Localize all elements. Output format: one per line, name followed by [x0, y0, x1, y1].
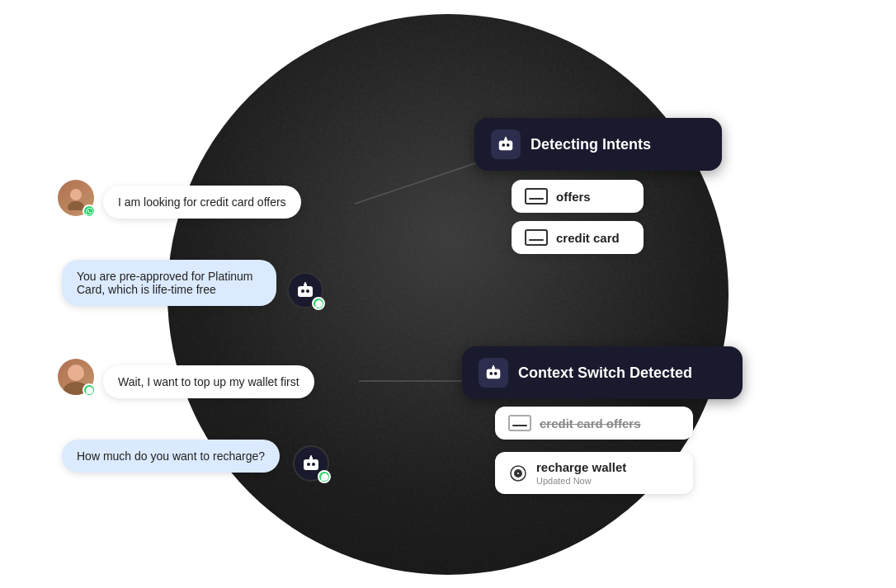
- context-bot-icon: [479, 358, 508, 388]
- intent-credit-card-label: credit card: [556, 231, 620, 245]
- bot-bubble-2: How much do you want to recharge?: [62, 440, 280, 473]
- context-switch-panel: Context Switch Detected: [462, 346, 743, 399]
- svg-point-19: [507, 143, 510, 147]
- detecting-bot-icon: [491, 129, 521, 159]
- bot-bubble-1: You are pre-approved for Platinum Card, …: [62, 260, 276, 306]
- svg-point-23: [489, 372, 493, 375]
- recharge-wallet-label: recharge wallet: [536, 460, 626, 474]
- user-bubble-1: I am looking for credit card offers: [103, 186, 301, 219]
- context-switch-title: Context Switch Detected: [518, 365, 692, 382]
- card-icon-offers: [525, 188, 548, 205]
- svg-rect-9: [304, 282, 306, 285]
- svg-point-13: [307, 463, 310, 466]
- bot-green-dot-1: [312, 297, 325, 310]
- svg-point-24: [494, 372, 498, 375]
- svg-rect-16: [310, 455, 312, 458]
- intent-offers-label: offers: [556, 190, 591, 204]
- bot-bubble-1-text: You are pre-approved for Platinum Card, …: [77, 270, 253, 296]
- svg-point-10: [68, 365, 84, 381]
- intent-credit-card-offers-label: credit card offers: [540, 416, 641, 430]
- card-icon-strikethrough: [508, 415, 531, 431]
- svg-rect-26: [493, 365, 494, 368]
- svg-point-29: [516, 472, 520, 475]
- context-tag-recharge-wallet: recharge wallet Updated Now: [495, 452, 693, 494]
- detecting-intents-panel: Detecting Intents: [474, 118, 722, 171]
- bot-avatar-1: [287, 272, 323, 308]
- svg-rect-21: [505, 137, 507, 139]
- bot-avatar-2: [293, 445, 329, 482]
- updated-now-label: Updated Now: [536, 476, 626, 486]
- whatsapp-dot-2: [83, 383, 96, 397]
- user-bubble-2: Wait, I want to top up my wallet first: [103, 365, 314, 398]
- svg-point-2: [70, 189, 82, 200]
- reload-icon: [508, 463, 528, 483]
- card-icon-credit: [525, 229, 548, 246]
- svg-point-14: [312, 463, 315, 466]
- svg-point-7: [306, 289, 309, 293]
- bot-green-dot-2: [318, 470, 331, 483]
- intent-tag-offers: offers: [512, 180, 644, 213]
- recharge-wallet-col: recharge wallet Updated Now: [536, 460, 626, 486]
- intent-tag-credit-card: credit card: [512, 221, 644, 254]
- svg-point-6: [301, 289, 304, 293]
- svg-rect-12: [304, 459, 318, 470]
- user-avatar-2: [58, 359, 94, 395]
- svg-rect-4: [298, 286, 313, 297]
- svg-rect-22: [487, 369, 501, 379]
- user-avatar-1: [58, 180, 94, 216]
- detecting-intents-title: Detecting Intents: [531, 136, 651, 153]
- svg-point-18: [502, 143, 505, 147]
- whatsapp-dot-1: [83, 205, 96, 218]
- svg-point-3: [68, 201, 84, 210]
- scene: I am looking for credit card offers You …: [0, 0, 896, 588]
- context-tag-credit-card-offers: credit card offers: [495, 407, 693, 440]
- svg-rect-17: [499, 140, 513, 150]
